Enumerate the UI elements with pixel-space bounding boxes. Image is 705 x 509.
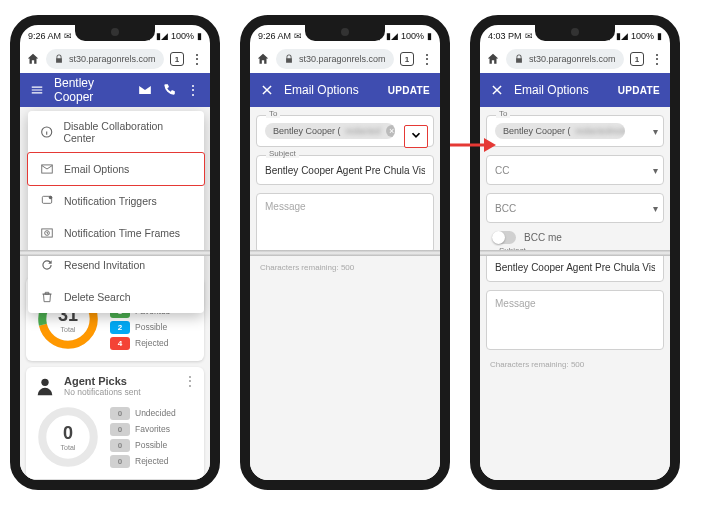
bcc-me-toggle[interactable]: BCC me: [492, 231, 658, 244]
tab-count[interactable]: 1: [400, 52, 414, 66]
battery-icon: ▮: [197, 31, 202, 41]
page-title: Email Options: [514, 83, 608, 97]
app-bar: Bentley Cooper ⋮: [20, 73, 210, 107]
close-icon[interactable]: [260, 83, 274, 97]
overflow-icon[interactable]: ⋮: [186, 83, 200, 97]
home-icon[interactable]: [486, 52, 500, 66]
to-field[interactable]: To Bentley Cooper (redactedredact × ▾: [486, 115, 664, 147]
signal-icon: ▮◢: [156, 31, 168, 41]
picks-title: Agent Picks: [64, 375, 176, 387]
lock-icon: [284, 54, 294, 64]
agent-picks-card: Agent Picks No notifications sent ⋮ 0Tot…: [26, 367, 204, 479]
camera-notch: [75, 25, 155, 41]
home-icon[interactable]: [26, 52, 40, 66]
menu-email-options[interactable]: Email Options: [27, 152, 205, 186]
expand-recipients-icon[interactable]: [404, 125, 428, 148]
mail-icon[interactable]: [138, 83, 152, 97]
fold-hinge: [478, 250, 672, 256]
url-text: st30.paragonrels.com: [69, 54, 156, 64]
picks-legend: 0Undecided 0Favorites 0Possible 0Rejecte…: [110, 407, 176, 468]
url-bar[interactable]: st30.paragonrels.com: [46, 49, 164, 69]
trash-icon: [40, 290, 54, 304]
browser-menu-icon[interactable]: ⋮: [650, 52, 664, 66]
content-area: To Bentley Cooper (redacted × Subject Be…: [250, 107, 440, 480]
content-area: Disable Collaboration Center Email Optio…: [20, 107, 210, 480]
chat-icon: ✉: [294, 31, 302, 41]
tab-count[interactable]: 1: [170, 52, 184, 66]
lock-icon: [514, 54, 524, 64]
cc-field[interactable]: CC ▾: [486, 155, 664, 185]
message-field[interactable]: Message: [486, 290, 664, 350]
toggle-switch[interactable]: [492, 231, 516, 244]
tab-count[interactable]: 1: [630, 52, 644, 66]
phone-3: 4:03 PM✉ ⚲▮◢100%▮ st30.paragonrels.com 1…: [470, 15, 680, 490]
content-area: To Bentley Cooper (redactedredact × ▾ CC…: [480, 107, 670, 480]
camera-notch: [535, 25, 615, 41]
chip-possible[interactable]: 2: [110, 321, 130, 334]
picks-subtitle: No notifications sent: [64, 387, 176, 397]
browser-menu-icon[interactable]: ⋮: [190, 52, 204, 66]
lock-icon: [54, 54, 64, 64]
chevron-down-icon[interactable]: ▾: [653, 203, 658, 214]
update-button[interactable]: UPDATE: [388, 85, 430, 96]
url-bar[interactable]: st30.paragonrels.com: [276, 49, 394, 69]
phone-1: 9:26 AM✉ ⚲▮◢100%▮ st30.paragonrels.com 1…: [10, 15, 220, 490]
chevron-down-icon[interactable]: ▾: [653, 165, 658, 176]
home-icon[interactable]: [256, 52, 270, 66]
agent-icon: [34, 375, 56, 397]
chars-remaining: Characters remaining: 500: [250, 261, 440, 274]
close-icon[interactable]: [490, 83, 504, 97]
app-bar: Email Options UPDATE: [250, 73, 440, 107]
menu-disable-collab[interactable]: Disable Collaboration Center: [28, 111, 204, 153]
clock-icon: [40, 226, 54, 240]
status-time: 9:26 AM: [28, 31, 61, 41]
message-field[interactable]: Message: [256, 193, 434, 253]
picks-overflow-icon[interactable]: ⋮: [184, 375, 196, 387]
browser-bar: st30.paragonrels.com 1 ⋮: [480, 45, 670, 73]
app-bar: Email Options UPDATE: [480, 73, 670, 107]
chat-icon: ✉: [64, 31, 72, 41]
info-icon: [40, 125, 53, 139]
update-button[interactable]: UPDATE: [618, 85, 660, 96]
page-title: Email Options: [284, 83, 378, 97]
to-field[interactable]: To Bentley Cooper (redacted ×: [256, 115, 434, 147]
mail-icon: [40, 162, 54, 176]
camera-notch: [305, 25, 385, 41]
browser-bar: st30.paragonrels.com 1 ⋮: [20, 45, 210, 73]
browser-bar: st30.paragonrels.com 1 ⋮: [250, 45, 440, 73]
menu-delete-search[interactable]: Delete Search: [28, 281, 204, 313]
remove-chip-icon[interactable]: ×: [386, 125, 395, 137]
browser-menu-icon[interactable]: ⋮: [420, 52, 434, 66]
picks-donut: 0Total: [34, 403, 102, 471]
subject-field[interactable]: Subject Bentley Cooper Agent Pre Chula V…: [486, 252, 664, 282]
phone-2: 9:26 AM✉ ⚲▮◢100%▮ st30.paragonrels.com 1…: [240, 15, 450, 490]
svg-marker-14: [484, 138, 496, 152]
bcc-field[interactable]: BCC ▾: [486, 193, 664, 223]
fold-hinge: [248, 250, 442, 256]
collapse-recipients-icon[interactable]: ▾: [653, 126, 658, 137]
bell-badge-icon: [40, 194, 54, 208]
context-menu: Disable Collaboration Center Email Optio…: [28, 111, 204, 313]
chars-remaining: Characters remaining: 500: [480, 358, 670, 371]
url-bar[interactable]: st30.paragonrels.com: [506, 49, 624, 69]
phone-icon[interactable]: [162, 83, 176, 97]
page-title: Bentley Cooper: [54, 76, 128, 104]
refresh-icon: [40, 258, 54, 272]
subject-field[interactable]: Subject Bentley Cooper Agent Pre Chula V…: [256, 155, 434, 185]
menu-notification-triggers[interactable]: Notification Triggers: [28, 185, 204, 217]
menu-notification-frames[interactable]: Notification Time Frames: [28, 217, 204, 249]
hamburger-icon[interactable]: [30, 83, 44, 97]
chip-rejected[interactable]: 4: [110, 337, 130, 350]
flow-arrow-icon: [448, 136, 496, 158]
battery-pct: 100%: [171, 31, 194, 41]
svg-point-3: [49, 196, 53, 200]
fold-hinge: [18, 250, 212, 256]
recipient-chip[interactable]: Bentley Cooper (redactedredact ×: [495, 123, 625, 139]
recipient-chip[interactable]: Bentley Cooper (redacted ×: [265, 123, 395, 139]
svg-point-11: [41, 379, 48, 386]
